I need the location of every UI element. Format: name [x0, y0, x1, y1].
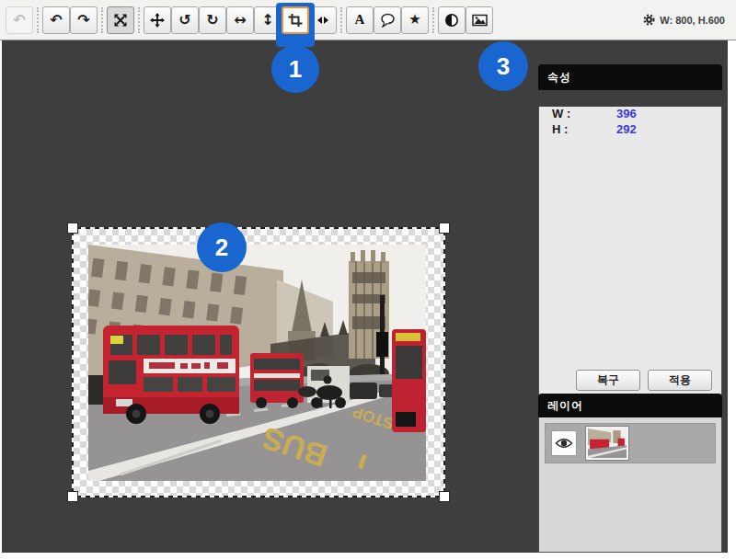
undo-button[interactable]: ↶ — [42, 6, 70, 34]
contrast-button[interactable] — [438, 6, 466, 34]
annotation-badge-2: 2 — [197, 223, 247, 272]
star-icon: ★ — [408, 13, 420, 27]
image-button[interactable] — [466, 6, 493, 34]
toolbar-separator — [37, 7, 39, 33]
selection-handle-top-left[interactable] — [67, 223, 78, 234]
toolbar-separator — [101, 7, 103, 33]
flip-horizontal-button[interactable]: ↔ — [226, 6, 254, 34]
height-row: H : 292 — [539, 122, 721, 136]
selection-handle-bottom-right[interactable] — [439, 491, 450, 502]
layer-visibility-button[interactable] — [551, 430, 577, 456]
speech-bubble-button[interactable] — [374, 6, 401, 34]
redo-button[interactable]: ↷ — [70, 6, 98, 34]
selection-border — [443, 227, 445, 497]
half-filled-circle-icon — [444, 13, 459, 28]
move-button[interactable] — [144, 6, 171, 34]
layers-panel: 레이어 — [538, 394, 722, 553]
crop-button[interactable] — [282, 6, 309, 34]
rotate-right-button[interactable]: ↻ — [199, 6, 226, 34]
canvas-size-area: W: 800, H.600 — [643, 14, 725, 26]
restore-button[interactable]: 복구 — [576, 370, 640, 391]
selection-region[interactable]: BUS STOP — [74, 229, 443, 496]
eye-icon — [555, 437, 573, 450]
left-right-arrow-icon: ↔ — [234, 13, 246, 28]
diagonal-double-arrows-icon — [113, 13, 128, 28]
undo-disabled-button: ↶ — [6, 6, 33, 34]
crop-frame-icon — [288, 13, 303, 28]
toolbar-separator — [432, 7, 434, 33]
width-value: 396 — [616, 107, 637, 120]
properties-panel-header: 속성 — [538, 64, 722, 90]
toolbar-separator — [340, 7, 342, 33]
toolbar-separator — [138, 7, 140, 33]
red-bus-second — [250, 353, 304, 408]
layer-thumbnail[interactable] — [586, 427, 628, 460]
red-bus-right — [392, 329, 426, 432]
width-row: W : 396 — [539, 107, 721, 120]
image-editor: ↶ ↶ ↷ — [0, 0, 736, 560]
height-label: H : — [552, 122, 583, 136]
gear-icon[interactable] — [643, 14, 655, 26]
redo-arrow-icon: ↷ — [77, 13, 89, 28]
red-bus-main — [103, 326, 239, 424]
up-down-arrow-icon: ↕ — [261, 13, 273, 28]
scale-button[interactable] — [107, 6, 134, 34]
star-button[interactable]: ★ — [401, 6, 429, 34]
properties-panel-body: W : 396 H : 292 복구 적용 — [538, 107, 722, 403]
letter-a-icon: A — [355, 12, 365, 28]
text-button[interactable]: A — [346, 6, 374, 34]
width-label: W : — [552, 107, 583, 120]
photo-london-buses[interactable]: BUS STOP — [88, 245, 426, 481]
annotation-badge-3: 3 — [478, 41, 528, 91]
properties-panel: 속성 W : 396 H : 292 복구 적용 — [538, 64, 722, 386]
layer-row[interactable] — [545, 423, 716, 463]
selection-border — [72, 227, 445, 229]
move-cross-icon — [150, 13, 165, 28]
toolbar: ↶ ↶ ↷ — [0, 0, 736, 40]
annotation-badge-1: 1 — [271, 45, 319, 93]
rotate-ccw-icon: ↺ — [178, 13, 190, 28]
layers-panel-header: 레이어 — [538, 394, 722, 417]
speech-bubble-icon — [380, 13, 396, 28]
properties-actions: 복구 적용 — [576, 370, 712, 391]
rotate-cw-icon: ↻ — [206, 13, 218, 28]
canvas-size-info: W: 800, H.600 — [660, 15, 725, 26]
undo-arrow-icon: ↶ — [50, 13, 62, 28]
apply-button[interactable]: 적용 — [648, 370, 712, 391]
height-value: 292 — [616, 122, 637, 136]
undo-arrow-icon: ↶ — [13, 13, 25, 28]
selection-border — [72, 496, 445, 497]
picture-frame-icon — [472, 13, 488, 28]
collapse-horizontal-arrows-icon — [316, 13, 330, 28]
rotate-left-button[interactable]: ↺ — [171, 6, 199, 34]
selection-border — [72, 227, 74, 497]
layers-panel-body — [538, 417, 722, 553]
selection-handle-bottom-left[interactable] — [67, 491, 78, 502]
selection-handle-top-right[interactable] — [439, 223, 450, 234]
